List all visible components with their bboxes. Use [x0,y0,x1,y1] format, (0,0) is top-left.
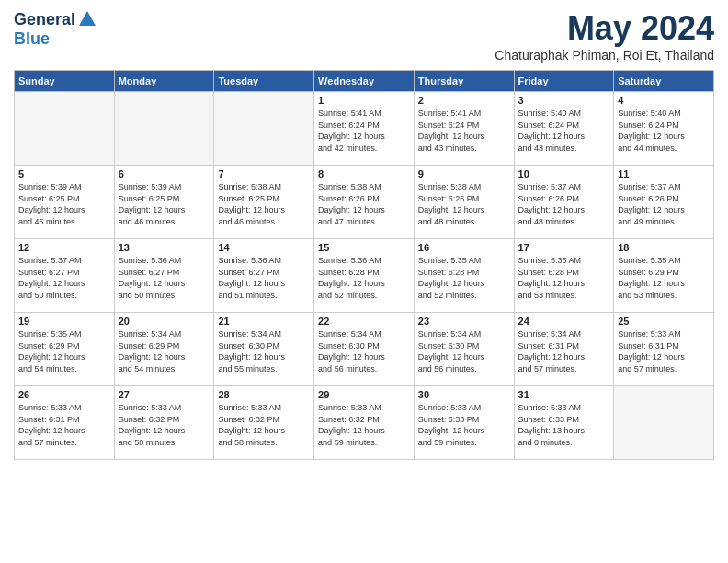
cell-content: Sunrise: 5:34 AM Sunset: 6:30 PM Dayligh… [418,328,510,374]
cell-content: Sunrise: 5:41 AM Sunset: 6:24 PM Dayligh… [418,108,510,154]
day-header-saturday: Saturday [614,71,714,92]
calendar-cell [614,386,714,460]
cell-content: Sunrise: 5:41 AM Sunset: 6:24 PM Dayligh… [318,108,410,154]
day-number: 28 [218,389,310,400]
cell-content: Sunrise: 5:34 AM Sunset: 6:31 PM Dayligh… [518,328,610,374]
week-row-5: 26Sunrise: 5:33 AM Sunset: 6:31 PM Dayli… [15,386,714,460]
calendar-cell: 1Sunrise: 5:41 AM Sunset: 6:24 PM Daylig… [314,92,415,166]
calendar-cell: 20Sunrise: 5:34 AM Sunset: 6:29 PM Dayli… [114,313,214,386]
calendar-cell: 17Sunrise: 5:35 AM Sunset: 6:28 PM Dayli… [514,239,614,313]
calendar-cell: 29Sunrise: 5:33 AM Sunset: 6:32 PM Dayli… [314,386,415,460]
cell-content: Sunrise: 5:34 AM Sunset: 6:29 PM Dayligh… [119,328,210,374]
cell-content: Sunrise: 5:33 AM Sunset: 6:32 PM Dayligh… [119,402,210,448]
calendar-cell: 25Sunrise: 5:33 AM Sunset: 6:31 PM Dayli… [614,313,714,386]
cell-content: Sunrise: 5:33 AM Sunset: 6:33 PM Dayligh… [518,402,610,448]
day-number: 4 [618,95,710,106]
cell-content: Sunrise: 5:33 AM Sunset: 6:33 PM Dayligh… [418,402,510,448]
cell-content: Sunrise: 5:39 AM Sunset: 6:25 PM Dayligh… [18,181,110,227]
day-header-tuesday: Tuesday [214,71,314,92]
calendar-cell: 9Sunrise: 5:38 AM Sunset: 6:26 PM Daylig… [414,166,514,239]
week-row-4: 19Sunrise: 5:35 AM Sunset: 6:29 PM Dayli… [15,313,714,386]
day-header-friday: Friday [514,71,614,92]
calendar-cell: 28Sunrise: 5:33 AM Sunset: 6:32 PM Dayli… [214,386,314,460]
calendar-cell: 3Sunrise: 5:40 AM Sunset: 6:24 PM Daylig… [514,92,614,166]
day-number: 31 [518,389,610,400]
day-number: 15 [318,242,410,253]
day-number: 20 [119,316,210,327]
day-number: 25 [618,316,710,327]
calendar-cell [15,92,115,166]
month-title: May 2024 [495,9,714,48]
calendar-cell: 21Sunrise: 5:34 AM Sunset: 6:30 PM Dayli… [214,313,314,386]
day-number: 11 [618,168,710,179]
day-number: 19 [18,316,110,327]
calendar-table: SundayMondayTuesdayWednesdayThursdayFrid… [14,70,714,460]
calendar-cell: 7Sunrise: 5:38 AM Sunset: 6:25 PM Daylig… [214,166,314,239]
calendar-cell: 19Sunrise: 5:35 AM Sunset: 6:29 PM Dayli… [15,313,115,386]
svg-marker-0 [79,11,96,26]
week-row-1: 1Sunrise: 5:41 AM Sunset: 6:24 PM Daylig… [15,92,714,166]
subtitle: Chaturaphak Phiman, Roi Et, Thailand [495,48,714,63]
calendar-cell [114,92,214,166]
day-number: 1 [318,95,410,106]
day-header-thursday: Thursday [414,71,514,92]
cell-content: Sunrise: 5:37 AM Sunset: 6:27 PM Dayligh… [18,255,110,301]
cell-content: Sunrise: 5:36 AM Sunset: 6:27 PM Dayligh… [218,255,310,301]
day-number: 14 [218,242,310,253]
day-number: 24 [518,316,610,327]
calendar-cell: 18Sunrise: 5:35 AM Sunset: 6:29 PM Dayli… [614,239,714,313]
logo: General Blue [14,9,97,49]
calendar-cell: 31Sunrise: 5:33 AM Sunset: 6:33 PM Dayli… [514,386,614,460]
calendar-cell: 22Sunrise: 5:34 AM Sunset: 6:30 PM Dayli… [314,313,415,386]
day-number: 29 [318,389,410,400]
day-number: 5 [18,168,110,179]
calendar-cell: 27Sunrise: 5:33 AM Sunset: 6:32 PM Dayli… [114,386,214,460]
cell-content: Sunrise: 5:33 AM Sunset: 6:31 PM Dayligh… [18,402,110,448]
calendar-cell: 30Sunrise: 5:33 AM Sunset: 6:33 PM Dayli… [414,386,514,460]
calendar-cell: 10Sunrise: 5:37 AM Sunset: 6:26 PM Dayli… [514,166,614,239]
day-number: 13 [119,242,210,253]
cell-content: Sunrise: 5:37 AM Sunset: 6:26 PM Dayligh… [518,181,610,227]
day-number: 10 [518,168,610,179]
day-number: 26 [18,389,110,400]
cell-content: Sunrise: 5:33 AM Sunset: 6:32 PM Dayligh… [318,402,410,448]
cell-content: Sunrise: 5:33 AM Sunset: 6:32 PM Dayligh… [218,402,310,448]
day-number: 9 [418,168,510,179]
cell-content: Sunrise: 5:38 AM Sunset: 6:26 PM Dayligh… [318,181,410,227]
calendar-cell [214,92,314,166]
calendar-cell: 14Sunrise: 5:36 AM Sunset: 6:27 PM Dayli… [214,239,314,313]
logo-blue-text: Blue [14,29,50,49]
day-number: 17 [518,242,610,253]
calendar-cell: 23Sunrise: 5:34 AM Sunset: 6:30 PM Dayli… [414,313,514,386]
cell-content: Sunrise: 5:38 AM Sunset: 6:26 PM Dayligh… [418,181,510,227]
cell-content: Sunrise: 5:35 AM Sunset: 6:29 PM Dayligh… [18,328,110,374]
week-row-2: 5Sunrise: 5:39 AM Sunset: 6:25 PM Daylig… [15,166,714,239]
cell-content: Sunrise: 5:33 AM Sunset: 6:31 PM Dayligh… [618,328,710,374]
day-number: 12 [18,242,110,253]
calendar-cell: 15Sunrise: 5:36 AM Sunset: 6:28 PM Dayli… [314,239,415,313]
title-area: May 2024 Chaturaphak Phiman, Roi Et, Tha… [495,9,714,63]
day-number: 2 [418,95,510,106]
cell-content: Sunrise: 5:38 AM Sunset: 6:25 PM Dayligh… [218,181,310,227]
day-number: 8 [318,168,410,179]
day-number: 27 [119,389,210,400]
cell-content: Sunrise: 5:35 AM Sunset: 6:29 PM Dayligh… [618,255,710,301]
day-number: 16 [418,242,510,253]
cell-content: Sunrise: 5:35 AM Sunset: 6:28 PM Dayligh… [418,255,510,301]
cell-content: Sunrise: 5:37 AM Sunset: 6:26 PM Dayligh… [618,181,710,227]
cell-content: Sunrise: 5:35 AM Sunset: 6:28 PM Dayligh… [518,255,610,301]
cell-content: Sunrise: 5:34 AM Sunset: 6:30 PM Dayligh… [218,328,310,374]
calendar-cell: 24Sunrise: 5:34 AM Sunset: 6:31 PM Dayli… [514,313,614,386]
day-number: 3 [518,95,610,106]
calendar-cell: 5Sunrise: 5:39 AM Sunset: 6:25 PM Daylig… [15,166,115,239]
cell-content: Sunrise: 5:36 AM Sunset: 6:27 PM Dayligh… [119,255,210,301]
calendar-cell: 8Sunrise: 5:38 AM Sunset: 6:26 PM Daylig… [314,166,415,239]
calendar-cell: 16Sunrise: 5:35 AM Sunset: 6:28 PM Dayli… [414,239,514,313]
cell-content: Sunrise: 5:39 AM Sunset: 6:25 PM Dayligh… [119,181,210,227]
page-header: General Blue May 2024 Chaturaphak Phiman… [14,9,714,63]
logo-general-text: General [14,10,75,29]
cell-content: Sunrise: 5:36 AM Sunset: 6:28 PM Dayligh… [318,255,410,301]
day-number: 23 [418,316,510,327]
cell-content: Sunrise: 5:40 AM Sunset: 6:24 PM Dayligh… [518,108,610,154]
calendar-cell: 26Sunrise: 5:33 AM Sunset: 6:31 PM Dayli… [15,386,115,460]
